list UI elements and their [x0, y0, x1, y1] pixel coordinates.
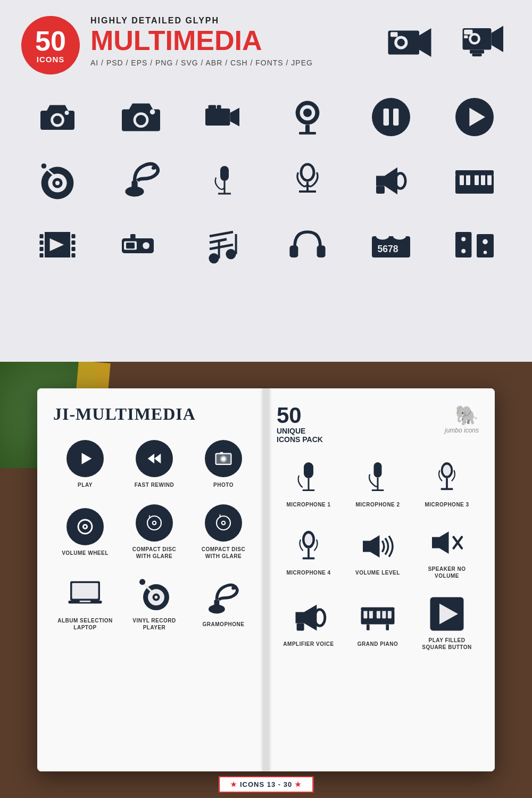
- svg-rect-27: [299, 132, 316, 135]
- studio-mic-icon: [271, 154, 344, 207]
- svg-point-73: [143, 242, 149, 249]
- elephant-logo: 🐘 jumbo icons: [445, 404, 479, 434]
- svg-point-137: [443, 465, 451, 476]
- mic3-label: MICROPHONE 3: [425, 501, 469, 508]
- svg-point-37: [55, 181, 60, 185]
- gramophone-label: GRAMOPHONE: [203, 621, 245, 628]
- svg-point-39: [41, 163, 47, 169]
- svg-point-10: [471, 36, 478, 43]
- book-icon-fast-rewind: FAST REWIND: [122, 435, 186, 494]
- right-icons-grid: MICROPHONE 1 MICROPHONE 2: [277, 454, 479, 656]
- film-camera-icon-1: [383, 16, 436, 69]
- compact-disc-1-circle-icon: [136, 504, 173, 542]
- badge: 50 ICONS: [21, 16, 80, 74]
- mic1-icon: [290, 460, 327, 497]
- svg-point-3: [397, 39, 405, 46]
- piano-icon: [438, 154, 511, 207]
- svg-rect-19: [205, 109, 230, 126]
- volume-wheel-label: VOLUME WHEEL: [62, 550, 109, 556]
- svg-point-81: [209, 253, 219, 263]
- svg-rect-130: [304, 462, 313, 478]
- book-icon-grand-piano: GRAND PIANO: [346, 590, 410, 656]
- camera-icon-1: [21, 90, 94, 144]
- svg-rect-57: [487, 174, 492, 185]
- microphone-handheld-icon: [188, 154, 261, 207]
- svg-rect-58: [455, 170, 494, 176]
- svg-text:5678: 5678: [377, 244, 398, 254]
- svg-point-126: [139, 579, 145, 585]
- svg-point-29: [372, 98, 410, 136]
- badge-label: ICONS: [37, 55, 65, 64]
- grand-piano-label: GRAND PIANO: [358, 641, 398, 647]
- mic4-icon: [290, 528, 327, 565]
- svg-rect-62: [40, 234, 44, 238]
- compact-disc-2-circle-icon: [205, 504, 242, 542]
- svg-point-94: [461, 249, 466, 253]
- right-number: 50: [277, 404, 323, 427]
- photo-circle-icon: [205, 440, 242, 477]
- svg-rect-154: [382, 610, 386, 618]
- svg-rect-63: [40, 240, 44, 245]
- svg-point-92: [461, 237, 466, 242]
- book-icon-speaker-no-volume: SPEAKER NO VOLUME: [415, 519, 479, 585]
- svg-marker-102: [154, 454, 161, 464]
- book-icon-mic3: MICROPHONE 3: [415, 454, 479, 513]
- right-title-block: 50 UNIQUEICONS PACK: [277, 404, 323, 444]
- laptop-label: ALBUM SELECTION LAPTOP: [56, 617, 114, 631]
- music-notes-icon: [188, 218, 261, 271]
- book-icon-volume-wheel: VOLUME WHEEL: [53, 499, 117, 565]
- svg-rect-65: [40, 253, 44, 257]
- svg-marker-101: [148, 454, 154, 464]
- star-right: ★: [295, 780, 302, 788]
- svg-rect-6: [470, 50, 484, 54]
- svg-point-18: [150, 110, 155, 115]
- book-icon-vinyl-player: VINYL RECORD PLAYER: [122, 570, 186, 636]
- mic2-label: MICROPHONE 2: [355, 501, 400, 508]
- svg-rect-12: [464, 36, 468, 38]
- book-icon-mic4: MICROPHONE 4: [277, 519, 340, 585]
- svg-point-80: [226, 249, 236, 259]
- fast-rewind-label: FAST REWIND: [135, 481, 174, 488]
- book-icon-play-square: PLAY FILLED SQUARE BUTTON: [415, 590, 479, 656]
- svg-rect-76: [130, 234, 136, 239]
- speaker-no-volume-label: SPEAKER NO VOLUME: [418, 566, 476, 579]
- svg-rect-51: [376, 186, 385, 194]
- compact-disc-2-label: COMPACT DISC WITH GLARE: [194, 546, 253, 560]
- badge-number: 50: [35, 27, 66, 55]
- svg-line-79: [210, 245, 233, 249]
- bottom-badge: ★ ICONS 13 - 30 ★: [219, 776, 313, 793]
- book-icon-gramophone: GRAMOPHONE: [192, 570, 255, 636]
- svg-rect-128: [214, 600, 220, 610]
- svg-marker-20: [230, 107, 239, 126]
- svg-rect-149: [297, 623, 304, 630]
- svg-line-28: [295, 100, 299, 104]
- play-label: PLAY: [78, 481, 93, 488]
- svg-rect-155: [388, 610, 392, 618]
- svg-rect-107: [220, 452, 223, 454]
- video-camera-icon: [188, 90, 261, 144]
- svg-rect-55: [475, 174, 479, 185]
- svg-point-14: [53, 116, 62, 124]
- svg-rect-118: [72, 583, 98, 598]
- svg-rect-56: [481, 174, 485, 185]
- badge-text: ICONS 13 - 30: [240, 780, 295, 788]
- film-projector-icon: [271, 90, 344, 144]
- book-icon-play: PLAY: [53, 435, 117, 494]
- speaker-no-volume-icon: [428, 524, 466, 561]
- svg-rect-66: [72, 234, 76, 238]
- laptop-icon: [66, 576, 104, 613]
- svg-rect-75: [126, 243, 135, 248]
- mic4-label: MICROPHONE 4: [286, 569, 330, 576]
- grand-piano-icon: [359, 599, 396, 636]
- megaphone-icon: [355, 154, 428, 207]
- svg-point-110: [84, 525, 86, 527]
- book-icon-compact-disc-1: COMPACT DISC WITH GLARE: [122, 499, 186, 565]
- speakers-icon: [438, 218, 511, 271]
- pause-button-icon: [355, 90, 428, 144]
- headphones-icon: [271, 218, 344, 271]
- svg-rect-54: [466, 174, 470, 185]
- gramophone-book-icon: [205, 579, 242, 617]
- amplifier-icon: [290, 599, 327, 636]
- svg-rect-31: [393, 109, 398, 126]
- book-right-page: 50 UNIQUEICONS PACK 🐘 jumbo icons: [266, 388, 495, 771]
